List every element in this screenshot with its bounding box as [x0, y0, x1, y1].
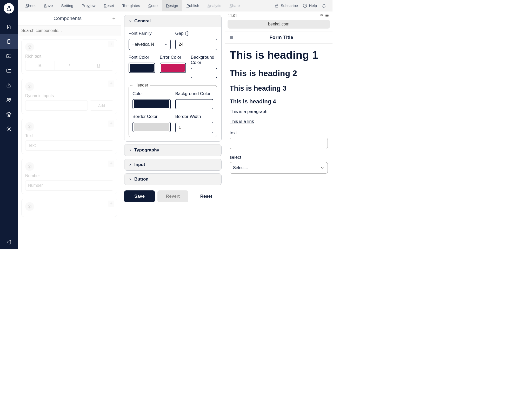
svg-point-4 — [8, 128, 10, 130]
underline-button[interactable]: U — [84, 61, 113, 70]
preview-text-input[interactable] — [230, 138, 328, 149]
reset-button[interactable]: Reset — [191, 190, 222, 202]
menu-setting[interactable]: Setting — [57, 0, 77, 11]
nav-logout[interactable] — [0, 235, 18, 249]
wifi-icon — [320, 14, 324, 17]
menu-code[interactable]: Code — [145, 0, 161, 11]
svg-point-3 — [9, 98, 11, 100]
nav-folder-add[interactable] — [0, 49, 18, 63]
section-input: Input — [124, 159, 222, 171]
chevron-right-icon — [128, 163, 132, 167]
nav-layers[interactable] — [0, 107, 18, 122]
menu-design[interactable]: Design — [162, 0, 182, 11]
add-icon[interactable]: + — [108, 121, 114, 127]
component-card-rich-text[interactable]: + Rich text B I U — [21, 39, 117, 74]
border-width-input[interactable] — [175, 122, 214, 133]
users-icon — [6, 97, 12, 103]
border-color-swatch[interactable] — [132, 122, 171, 132]
info-icon[interactable]: i — [185, 31, 189, 36]
section-header-general[interactable]: General — [124, 15, 221, 27]
flask-icon — [6, 5, 12, 11]
nav-new-file[interactable] — [0, 20, 18, 34]
section-button: Button — [124, 173, 222, 185]
preview-h3: This is heading 3 — [230, 84, 328, 92]
preview-select[interactable]: Select... — [230, 162, 328, 174]
error-color-swatch[interactable] — [160, 63, 186, 73]
search-input[interactable] — [18, 26, 121, 36]
chevron-right-icon — [128, 148, 132, 152]
folder-plus-icon — [6, 53, 12, 59]
border-color-label: Border Color — [132, 114, 171, 119]
menu-templates[interactable]: Templates — [119, 0, 144, 11]
preview-link[interactable]: This is a link — [230, 119, 254, 124]
bg-color-label: Background Color — [191, 55, 217, 65]
svg-rect-5 — [275, 5, 278, 7]
section-header-input[interactable]: Input — [124, 159, 221, 170]
nav-settings[interactable] — [0, 122, 18, 136]
nav-users[interactable] — [0, 92, 18, 107]
dynamic-input-field[interactable] — [25, 100, 88, 111]
add-icon[interactable]: + — [108, 81, 114, 87]
preview-panel: 11:01 beekai.com Form Title This is head… — [225, 11, 332, 249]
bold-button[interactable]: B — [25, 61, 55, 70]
revert-button[interactable]: Revert — [157, 190, 188, 202]
menu-analytic: Analytic — [204, 0, 225, 11]
component-card-dynamic-inputs[interactable]: + Dynamic Inputs Add — [21, 79, 117, 114]
dynamic-add-button[interactable]: Add — [90, 100, 113, 111]
gear-icon — [6, 126, 12, 132]
header-color-swatch[interactable] — [132, 99, 171, 109]
url-bar[interactable]: beekai.com — [228, 20, 330, 29]
components-panel: Components + + Rich text B I U — [18, 11, 121, 249]
section-header-typography[interactable]: Typography — [124, 144, 221, 156]
toolbar: Sheet Save Setting Preview Reset Templat… — [18, 0, 332, 11]
section-header-button[interactable]: Button — [124, 174, 221, 185]
save-button[interactable]: Save — [124, 190, 155, 202]
preview-select-label: select — [230, 155, 328, 160]
add-component-button[interactable]: + — [112, 15, 116, 22]
menu-sheet[interactable]: Sheet — [22, 0, 39, 11]
preview-h2: This is heading 2 — [230, 69, 328, 78]
cube-icon — [27, 204, 32, 209]
cube-icon — [27, 124, 32, 129]
border-width-label: Border Width — [175, 114, 214, 119]
folder-icon — [6, 68, 12, 74]
nav-folder[interactable] — [0, 63, 18, 78]
cube-icon — [27, 45, 32, 49]
help-button[interactable]: Help — [303, 3, 317, 8]
component-card-text[interactable]: + Text — [21, 119, 117, 154]
number-field[interactable] — [25, 180, 113, 191]
section-typography: Typography — [124, 144, 222, 156]
preview-paragraph: This is a paragraph — [230, 109, 328, 114]
nav-inbox[interactable] — [0, 78, 18, 92]
svg-rect-8 — [326, 15, 328, 16]
font-color-swatch[interactable] — [129, 63, 155, 73]
header-bg-swatch[interactable] — [175, 99, 214, 109]
chevron-right-icon — [128, 177, 132, 181]
font-family-label: Font Family — [129, 31, 171, 36]
menu-save[interactable]: Save — [40, 0, 56, 11]
text-field[interactable] — [25, 140, 113, 151]
menu-icon[interactable] — [229, 35, 234, 39]
notifications-button[interactable] — [322, 3, 326, 8]
bell-icon — [322, 3, 326, 8]
nav-clipboard[interactable] — [0, 34, 18, 49]
inbox-download-icon — [6, 82, 12, 88]
italic-button[interactable]: I — [55, 61, 84, 70]
gap-input[interactable] — [175, 39, 217, 50]
menu-preview[interactable]: Preview — [78, 0, 99, 11]
component-card-select[interactable]: + — [21, 199, 117, 217]
add-icon[interactable]: + — [108, 201, 114, 207]
add-icon[interactable]: + — [108, 41, 114, 47]
svg-point-2 — [8, 98, 9, 100]
gap-label: Gap i — [175, 31, 217, 36]
font-family-select[interactable]: Helvetica N — [129, 39, 171, 50]
menu-publish[interactable]: Publish — [183, 0, 203, 11]
bg-color-swatch[interactable] — [191, 68, 217, 78]
add-icon[interactable]: + — [108, 161, 114, 167]
component-card-number[interactable]: + Number — [21, 159, 117, 194]
subscribe-button[interactable]: Subscribe — [274, 3, 298, 8]
cube-icon — [27, 164, 32, 169]
font-color-label: Font Color — [129, 55, 155, 60]
chevron-down-icon — [320, 166, 324, 170]
menu-reset[interactable]: Reset — [100, 0, 117, 11]
